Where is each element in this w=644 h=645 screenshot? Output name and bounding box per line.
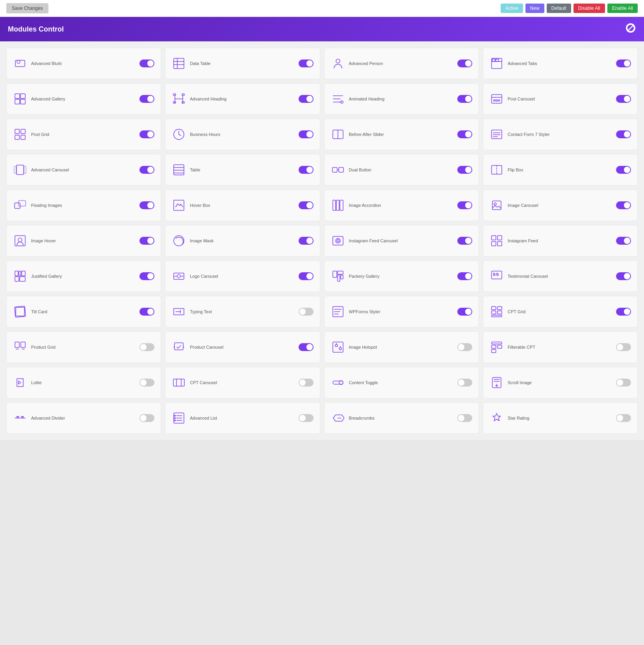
dual-button-toggle[interactable] [457,166,472,174]
lottie-icon [13,375,27,390]
dual-button-icon [331,163,345,177]
svg-rect-97 [492,342,502,344]
image-carousel-name: Image Carousel [508,203,538,208]
business-hours-toggle[interactable] [299,130,314,138]
module-card-advanced-blurb: Advanced Blurb [6,48,161,79]
svg-rect-75 [341,275,343,279]
svg-rect-51 [336,200,339,210]
product-carousel-toggle[interactable] [299,343,314,351]
image-accordion-toggle[interactable] [457,201,472,209]
new-filter-button[interactable]: New [525,4,544,13]
enable-all-filter-button[interactable]: Enable All [607,4,638,13]
content-toggle-toggle[interactable] [457,379,472,387]
advanced-blurb-name: Advanced Blurb [31,61,62,66]
justified-gallery-toggle[interactable] [139,272,154,280]
star-rating-icon [490,411,504,425]
advanced-person-icon [331,56,345,71]
instagram-feed-toggle[interactable] [616,237,631,245]
filterable-cpt-toggle[interactable] [616,343,631,351]
svg-point-115 [174,418,176,419]
svg-rect-48 [19,201,26,206]
active-filter-button[interactable]: Active [501,4,523,13]
flip-box-toggle[interactable] [616,166,631,174]
cpt-carousel-toggle[interactable] [299,379,314,387]
svg-rect-85 [15,342,19,348]
module-card-advanced-carousel: Advanced Carousel [6,154,161,186]
image-hotspot-toggle[interactable] [457,343,472,351]
image-carousel-toggle[interactable] [616,201,631,209]
instagram-feed-carousel-toggle[interactable] [457,237,472,245]
floating-images-toggle[interactable] [139,201,154,209]
before-after-slider-toggle[interactable] [457,130,472,138]
table-icon [172,163,186,177]
image-mask-toggle[interactable] [299,237,314,245]
post-grid-toggle[interactable] [139,130,154,138]
module-card-business-hours: Business Hours [165,119,320,150]
svg-rect-7 [492,58,502,69]
scroll-image-toggle[interactable] [616,379,631,387]
svg-rect-55 [15,236,25,246]
wpforms-styler-icon [331,305,345,319]
cpt-grid-toggle[interactable] [616,308,631,316]
advanced-tabs-toggle[interactable] [616,59,631,67]
wpforms-styler-name: WPForms Styler [349,309,380,314]
image-hover-toggle[interactable] [139,237,154,245]
advanced-heading-name: Advanced Heading [190,96,226,102]
wpforms-styler-toggle[interactable] [457,308,472,316]
lottie-toggle[interactable] [139,379,154,387]
disable-all-filter-button[interactable]: Disable All [573,4,605,13]
module-card-image-carousel: Image Carousel [483,190,638,221]
advanced-heading-toggle[interactable] [299,95,314,103]
tilt-card-toggle[interactable] [139,308,154,316]
packery-gallery-toggle[interactable] [457,272,472,280]
logo-carousel-name: Logo Carousel [190,273,218,279]
top-bar: Save Changes ActiveNewDefaultDisable All… [0,0,644,17]
default-filter-button[interactable]: Default [547,4,571,13]
image-accordion-name: Image Accordion [349,203,381,208]
scroll-image-icon [490,375,504,390]
post-grid-name: Post Grid [31,132,49,137]
advanced-gallery-toggle[interactable] [139,95,154,103]
justified-gallery-name: Justified Gallery [31,273,62,279]
typing-text-toggle[interactable] [299,308,314,316]
image-mask-name: Image Mask [190,238,213,244]
svg-rect-83 [497,311,502,314]
logo-carousel-toggle[interactable] [299,272,314,280]
svg-rect-80 [492,307,496,310]
advanced-divider-name: Advanced Divider [31,415,65,421]
svg-rect-62 [497,236,502,240]
packery-gallery-icon [331,269,345,283]
hover-box-toggle[interactable] [299,201,314,209]
before-after-slider-icon [331,127,345,141]
flip-box-icon [490,163,504,177]
save-changes-button[interactable]: Save Changes [6,3,48,13]
data-table-name: Data Table [190,61,210,66]
advanced-carousel-toggle[interactable] [139,166,154,174]
advanced-divider-toggle[interactable] [139,414,154,422]
advanced-list-toggle[interactable] [299,414,314,422]
scroll-image-name: Scroll Image [508,380,532,385]
post-carousel-toggle[interactable] [616,95,631,103]
testimonial-carousel-toggle[interactable] [616,272,631,280]
animated-heading-toggle[interactable] [457,95,472,103]
data-table-toggle[interactable] [299,59,314,67]
divi-icon [625,22,636,36]
module-card-image-hover: Image Hover [6,225,161,257]
svg-rect-58 [333,236,343,245]
advanced-tabs-name: Advanced Tabs [508,61,537,66]
table-name: Table [190,167,200,173]
module-card-justified-gallery: Justified Gallery [6,260,161,292]
svg-rect-2 [174,58,184,69]
breadcrumbs-toggle[interactable] [457,414,472,422]
breadcrumbs-icon [331,411,345,425]
advanced-person-toggle[interactable] [457,59,472,67]
module-card-scroll-image: Scroll Image [483,367,638,398]
star-rating-toggle[interactable] [616,414,631,422]
module-card-image-mask: Image Mask [165,225,320,257]
contact-form-7-toggle[interactable] [616,130,631,138]
table-toggle[interactable] [299,166,314,174]
svg-point-114 [174,415,176,416]
product-grid-toggle[interactable] [139,343,154,351]
svg-rect-8 [492,59,495,61]
advanced-blurb-toggle[interactable] [139,59,154,67]
